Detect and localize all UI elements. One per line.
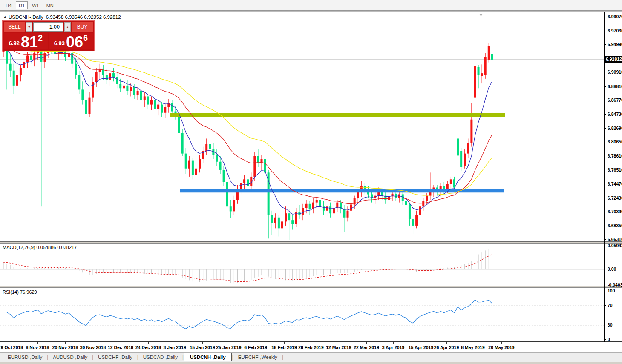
date-axis-label: 3 Apr 2019 xyxy=(382,345,405,350)
timeframe-button-w1[interactable]: W1 xyxy=(29,1,42,9)
buy-price-pips: 06 xyxy=(66,36,83,49)
date-axis-label: 8 Nov 2018 xyxy=(26,345,49,350)
buy-button[interactable]: BUY xyxy=(72,22,93,32)
date-axis-label: 24 Dec 2018 xyxy=(135,345,161,350)
date-axis-tick xyxy=(473,342,473,344)
price-axis-label: 6.90910 xyxy=(608,69,622,75)
date-axis-label: 25 Jan 2019 xyxy=(216,345,242,350)
date-axis-tick xyxy=(256,342,256,344)
date-axis-label: 12 Mar 2019 xyxy=(326,345,351,350)
date-axis-tick xyxy=(446,342,447,344)
date-axis-label: 26 Apr 2019 xyxy=(434,345,459,350)
date-axis-tick xyxy=(366,342,367,344)
date-axis-tick xyxy=(229,342,229,344)
tab-separator: | xyxy=(47,355,48,360)
date-axis-tick xyxy=(501,342,502,344)
date-axis-label: 6 Feb 2019 xyxy=(244,345,267,350)
ohlc-values: 6.93458 6.93546 6.92352 6.92812 xyxy=(46,14,121,20)
date-axis-tick xyxy=(339,342,339,344)
sell-price-prefix: 6.92 xyxy=(9,40,20,46)
date-axis-label: 30 Nov 2018 xyxy=(80,345,106,350)
date-axis-tick xyxy=(175,342,175,344)
volume-increase-button[interactable]: ▲ xyxy=(64,22,71,32)
date-axis-tick xyxy=(393,342,394,344)
price-axis-label: 6.66310 xyxy=(608,237,622,242)
price-axis-label: 6.72430 xyxy=(608,195,622,201)
chart-tab[interactable]: USDCAD-,Daily xyxy=(139,353,182,361)
macd-indicator-label: MACD(12,26,9) 0.054886 0.038217 xyxy=(3,245,77,250)
date-axis-label: 18 Feb 2019 xyxy=(271,345,297,350)
date-axis-label: 28 Feb 2019 xyxy=(298,345,324,350)
date-axis-label: 20 Nov 2018 xyxy=(52,345,78,350)
price-axis-label: 6.97030 xyxy=(608,28,622,33)
sell-price-point: 2 xyxy=(38,33,43,43)
rsi-axis-label: 100 xyxy=(608,288,615,293)
timeframe-button-d1[interactable]: D1 xyxy=(16,1,28,9)
sell-price-display[interactable]: 6.92 81 2 xyxy=(4,33,48,49)
toolbar-separator xyxy=(141,1,141,9)
macd-axis-label: 0.059422 xyxy=(608,243,622,248)
bottom-strip xyxy=(0,362,622,364)
price-axis-label: 6.86770 xyxy=(608,97,622,103)
rsi-value: 76.9629 xyxy=(20,289,37,295)
timeframe-button-mn[interactable]: MN xyxy=(43,1,57,9)
sell-button[interactable]: SELL xyxy=(4,22,25,32)
tab-separator: | xyxy=(137,355,138,360)
date-axis-label: 22 Mar 2019 xyxy=(354,345,379,350)
buy-price-point: 6 xyxy=(83,33,88,43)
chart-tab[interactable]: USDCHF-,Daily xyxy=(94,353,137,361)
tab-separator: | xyxy=(92,355,93,360)
tab-separator: | xyxy=(232,355,233,360)
chart-shift-marker-icon[interactable] xyxy=(479,14,483,16)
rsi-axis-label: 30 xyxy=(608,322,613,327)
rsi-axis-label: 0 xyxy=(608,337,610,342)
rsi-axis-label: 70 xyxy=(608,303,613,308)
price-axis-label: 6.74470 xyxy=(608,181,622,186)
date-axis-tick xyxy=(148,342,149,344)
panel-separator-macd[interactable] xyxy=(0,241,622,244)
date-axis-label: 20 May 2019 xyxy=(488,345,514,350)
chart-tab[interactable]: AUDUSD-,Daily xyxy=(49,353,92,361)
date-axis-label: 29 Oct 2018 xyxy=(0,345,23,350)
date-axis-label: 15 Apr 2019 xyxy=(409,345,434,350)
date-axis[interactable]: 29 Oct 20188 Nov 201820 Nov 201830 Nov 2… xyxy=(0,341,622,352)
current-price-label: 6.92812 xyxy=(605,56,622,63)
buy-price-display[interactable]: 6.93 06 6 xyxy=(49,33,93,49)
timeframe-toolbar: H4D1W1MN xyxy=(0,0,622,10)
sell-price-pips: 81 xyxy=(21,36,38,49)
price-axis-label: 6.88810 xyxy=(608,84,622,89)
collapse-panel-icon[interactable]: ▲ xyxy=(3,15,7,19)
price-axis-label: 6.68350 xyxy=(608,223,622,228)
panel-separator-rsi[interactable] xyxy=(0,286,622,288)
date-axis-tick xyxy=(284,342,285,344)
date-axis-tick xyxy=(121,342,121,344)
macd-axis-label: -0.040371 xyxy=(608,282,622,287)
price-axis-label: 6.99070 xyxy=(608,14,622,19)
chart-tab[interactable]: EURUSD-,Daily xyxy=(3,353,46,361)
date-axis-label: 15 Jan 2019 xyxy=(190,345,215,350)
date-axis-tick xyxy=(65,342,66,344)
price-axis[interactable]: 6.990706.970306.949906.909106.888106.867… xyxy=(605,0,622,341)
rsi-indicator-label: RSI(14) 76.9629 xyxy=(3,289,37,295)
volume-decrease-button[interactable]: ▼ xyxy=(26,22,32,32)
tab-separator: | xyxy=(282,355,283,360)
chart-title: ▲USDCNH-,Daily6.93458 6.93546 6.92352 6.… xyxy=(3,14,121,20)
price-axis-label: 6.70390 xyxy=(608,209,622,214)
price-axis-label: 6.76510 xyxy=(608,167,622,172)
date-axis-tick xyxy=(37,342,38,344)
date-axis-label: 3 Jan 2019 xyxy=(163,345,186,350)
chart-tab[interactable]: USDCNH-,Daily xyxy=(184,353,232,361)
date-axis-tick xyxy=(202,342,203,344)
price-axis-label: 6.80650 xyxy=(608,139,622,144)
volume-input[interactable] xyxy=(33,22,63,32)
timeframe-button-h4[interactable]: H4 xyxy=(3,1,14,9)
buy-price-prefix: 6.93 xyxy=(54,40,65,46)
price-axis-label: 6.84730 xyxy=(608,112,622,117)
chart-tab[interactable]: EURCHF-,Weekly xyxy=(234,353,282,361)
macd-axis-label: 0.00 xyxy=(608,267,616,272)
price-axis-label: 6.82690 xyxy=(608,126,622,131)
price-axis-label: 6.78610 xyxy=(608,153,622,158)
date-axis-label: 12 Dec 2018 xyxy=(108,345,133,350)
symbol-period-label: USDCNH-,Daily xyxy=(9,14,43,20)
one-click-trade-panel: SELL ▼ ▲ BUY 6.92 81 2 6.93 06 6 xyxy=(2,20,95,51)
